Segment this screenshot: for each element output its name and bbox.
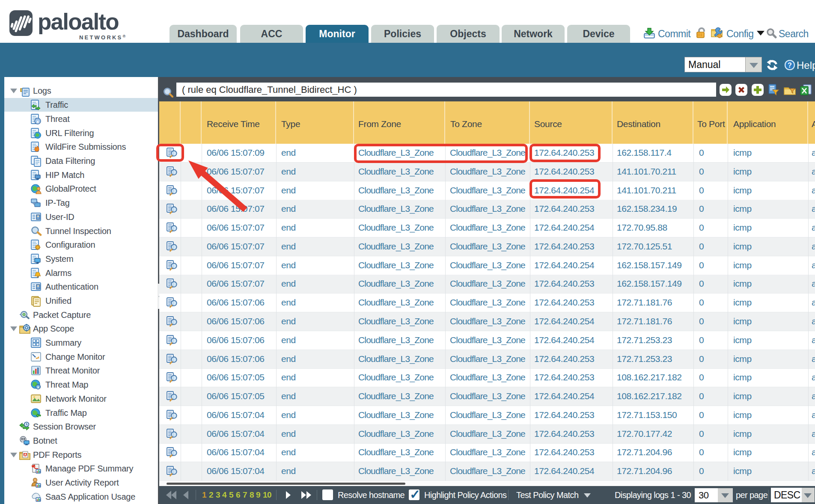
- svg-text:A: A: [24, 453, 27, 457]
- svg-text:?: ?: [788, 62, 792, 69]
- svg-text:x: x: [37, 385, 39, 389]
